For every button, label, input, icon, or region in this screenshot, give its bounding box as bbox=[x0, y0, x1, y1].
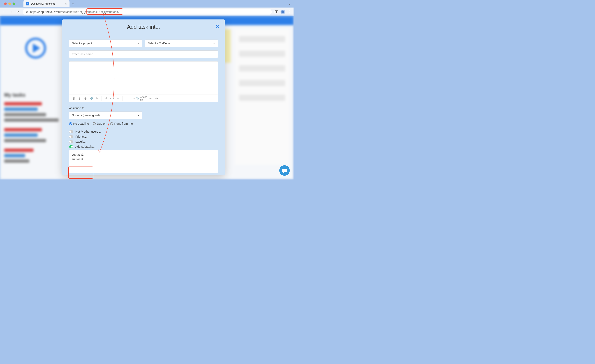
runs-from-radio[interactable]: Runs from - to bbox=[110, 122, 133, 125]
toggle-icon bbox=[69, 130, 73, 133]
close-window-button[interactable] bbox=[4, 2, 7, 5]
toggle-icon bbox=[69, 140, 73, 143]
toggle-icon bbox=[69, 145, 73, 148]
quote-button[interactable]: ❝ bbox=[103, 96, 109, 101]
assigned-to-label: Assigned to bbox=[69, 106, 218, 110]
address-bar[interactable]: ◉ https://app.freelo.io?createTask=true&… bbox=[23, 9, 272, 15]
new-tab-button[interactable]: + bbox=[72, 2, 74, 6]
toggle-label: Notify other users... bbox=[75, 130, 101, 133]
caret-down-icon: ▼ bbox=[137, 42, 139, 45]
todo-list-select[interactable]: Select a To-Do list ▼ bbox=[145, 40, 218, 47]
no-deadline-radio[interactable]: No deadline bbox=[69, 122, 89, 125]
chat-icon bbox=[282, 169, 287, 172]
nav-right: ⋮ bbox=[275, 10, 291, 14]
forward-button[interactable]: → bbox=[9, 10, 13, 14]
paperclip-icon: 📎 bbox=[136, 97, 139, 100]
editor-toolbar: B I S 🔗 ✎ ❝ <> ≡ ≔ ⋮≡ 📎 Attach file ↶ bbox=[69, 95, 218, 102]
redo-button[interactable]: ↷ bbox=[154, 96, 159, 101]
deadline-radio-group: No deadline Due on Runs from - to bbox=[69, 122, 218, 125]
radio-icon bbox=[93, 122, 96, 125]
toggle-icon bbox=[69, 135, 73, 138]
description-editor: B I S 🔗 ✎ ❝ <> ≡ ≔ ⋮≡ 📎 Attach file ↶ bbox=[69, 61, 218, 102]
radio-label: Runs from - to bbox=[114, 122, 133, 125]
strikethrough-button[interactable]: S bbox=[83, 96, 88, 101]
subtasks-textarea[interactable]: subtask1 subtask2 bbox=[69, 150, 218, 173]
maximize-window-button[interactable] bbox=[13, 2, 15, 5]
caret-down-icon: ▼ bbox=[137, 114, 140, 117]
assignee-select[interactable]: Nobody (unassigned) ▼ bbox=[69, 111, 142, 119]
modal-title: Add task into: bbox=[127, 24, 160, 30]
project-select-label: Select a project bbox=[72, 42, 92, 45]
reload-button[interactable]: ⟳ bbox=[16, 10, 20, 14]
bold-button[interactable]: B bbox=[71, 96, 76, 101]
toggle-label: Labels... bbox=[75, 140, 86, 143]
labels-toggle-row[interactable]: Labels... bbox=[69, 140, 218, 143]
subtasks-toggle-row[interactable]: Add subtasks... bbox=[69, 145, 218, 148]
assignee-value: Nobody (unassigned) bbox=[72, 114, 100, 117]
task-name-input[interactable] bbox=[69, 50, 218, 58]
due-on-radio[interactable]: Due on bbox=[93, 122, 106, 125]
tab-bar: ≡ Dashboard: Freelo.cz ✕ + ⌄ bbox=[0, 0, 294, 7]
code-button[interactable]: <> bbox=[109, 96, 115, 101]
minimize-window-button[interactable] bbox=[8, 2, 11, 5]
favicon-icon: ≡ bbox=[26, 2, 29, 6]
priority-toggle-row[interactable]: Priority... bbox=[69, 135, 218, 138]
close-modal-button[interactable]: ✕ bbox=[215, 24, 220, 30]
tab-dropdown-icon[interactable]: ⌄ bbox=[288, 2, 291, 6]
modal-body: Select a project ▼ Select a To-Do list ▼… bbox=[62, 34, 225, 175]
subtask-line: subtask1 bbox=[72, 152, 215, 157]
radio-label: No deadline bbox=[73, 122, 89, 125]
editor-textarea[interactable] bbox=[69, 62, 218, 95]
color-button[interactable]: ✎ bbox=[94, 96, 100, 101]
window-controls bbox=[2, 2, 17, 5]
modal-header: Add task into: ✕ bbox=[62, 20, 225, 34]
subtask-line: subtask2 bbox=[72, 157, 215, 162]
radio-label: Due on bbox=[97, 122, 106, 125]
link-button[interactable]: 🔗 bbox=[89, 96, 94, 101]
radio-icon bbox=[110, 122, 113, 125]
numbered-list-button[interactable]: ⋮≡ bbox=[130, 96, 135, 101]
italic-button[interactable]: I bbox=[77, 96, 82, 101]
menu-icon[interactable]: ⋮ bbox=[288, 10, 291, 14]
notify-toggle-row[interactable]: Notify other users... bbox=[69, 130, 218, 133]
project-select[interactable]: Select a project ▼ bbox=[69, 40, 142, 47]
undo-button[interactable]: ↶ bbox=[148, 96, 154, 101]
bullet-list-button[interactable]: ≔ bbox=[124, 96, 130, 101]
nav-bar: ← → ⟳ ◉ https://app.freelo.io?createTask… bbox=[0, 7, 294, 16]
browser-chrome: ≡ Dashboard: Freelo.cz ✕ + ⌄ ← → ⟳ ◉ htt… bbox=[0, 0, 294, 16]
back-button[interactable]: ← bbox=[2, 10, 6, 14]
close-tab-icon[interactable]: ✕ bbox=[65, 2, 67, 5]
attach-file-button[interactable]: 📎 Attach file bbox=[139, 96, 144, 101]
profile-avatar[interactable] bbox=[281, 10, 285, 14]
chat-button[interactable] bbox=[279, 165, 290, 176]
toggle-label: Add subtasks... bbox=[75, 145, 95, 148]
radio-icon bbox=[69, 122, 72, 125]
todo-select-label: Select a To-Do list bbox=[148, 42, 171, 45]
browser-tab[interactable]: ≡ Dashboard: Freelo.cz ✕ bbox=[23, 0, 70, 7]
tab-title: Dashboard: Freelo.cz bbox=[31, 2, 55, 5]
toggle-label: Priority... bbox=[75, 135, 87, 138]
site-info-icon[interactable]: ◉ bbox=[26, 10, 28, 14]
url-text: https://app.freelo.io?createTask=true&st… bbox=[30, 10, 120, 14]
paragraph-button[interactable]: ≡ bbox=[115, 96, 120, 101]
add-task-modal: Add task into: ✕ Select a project ▼ Sele… bbox=[62, 20, 225, 175]
side-panel-icon[interactable] bbox=[275, 10, 278, 14]
caret-down-icon: ▼ bbox=[213, 42, 215, 45]
